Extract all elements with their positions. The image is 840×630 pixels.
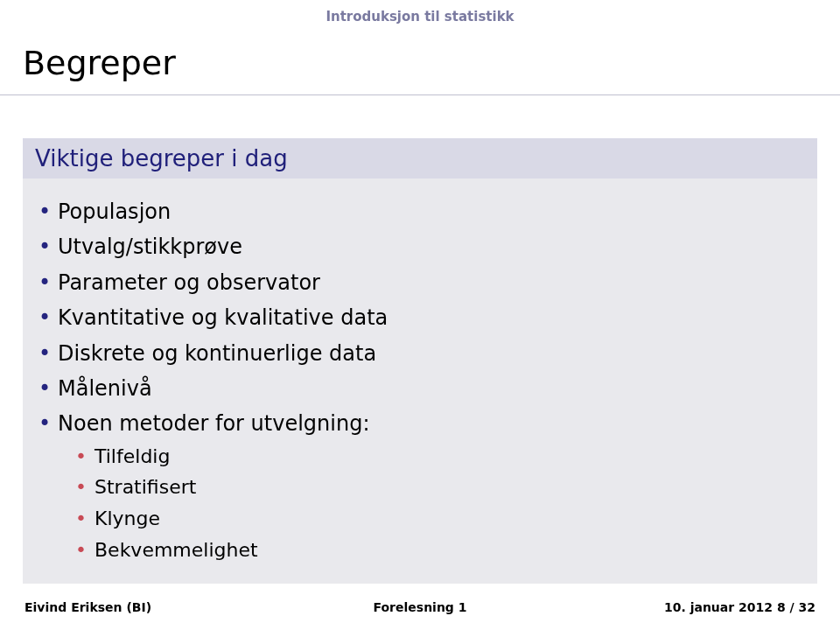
footer-date-page: 10. januar 2012 8 / 32 bbox=[664, 600, 816, 614]
sub-list-item-label: Stratifisert bbox=[94, 476, 196, 498]
list-item-label: Parameter og observator bbox=[58, 270, 320, 295]
frame-title-rule bbox=[0, 94, 840, 95]
list-item-label: Kvantitative og kvalitative data bbox=[58, 305, 388, 330]
sub-list-item: Stratifisert bbox=[74, 474, 805, 500]
list-item: Kvantitative og kvalitative data bbox=[35, 304, 805, 332]
nav-section: Introduksjon til statistikk bbox=[0, 9, 840, 24]
footer-author: Eivind Eriksen (BI) bbox=[24, 600, 151, 614]
list-item-label: Målenivå bbox=[58, 376, 152, 401]
list-item: Utvalg/stikkprøve bbox=[35, 233, 805, 261]
list-item-label: Populasjon bbox=[58, 200, 171, 224]
sub-list-item: Tilfeldig bbox=[74, 444, 805, 470]
block-body: Populasjon Utvalg/stikkprøve Parameter o… bbox=[23, 178, 817, 584]
footer: Eivind Eriksen (BI) Forelesning 1 10. ja… bbox=[0, 600, 840, 614]
sub-list-item-label: Bekvemmelighet bbox=[94, 539, 258, 561]
list-item: Diskrete og kontinuerlige data bbox=[35, 340, 805, 368]
sub-bullet-list: Tilfeldig Stratifisert Klynge Bekvemmeli… bbox=[58, 444, 805, 564]
bullet-list: Populasjon Utvalg/stikkprøve Parameter o… bbox=[35, 198, 805, 563]
list-item: Noen metoder for utvelgning: Tilfeldig S… bbox=[35, 410, 805, 563]
list-item: Målenivå bbox=[35, 374, 805, 402]
list-item-label: Noen metoder for utvelgning: bbox=[58, 411, 370, 436]
slide: Introduksjon til statistikk Begreper Vik… bbox=[0, 0, 840, 630]
list-item-label: Diskrete og kontinuerlige data bbox=[58, 341, 376, 366]
list-item: Populasjon bbox=[35, 198, 805, 226]
frame-title: Begreper bbox=[23, 44, 176, 82]
sub-list-item: Bekvemmelighet bbox=[74, 537, 805, 564]
list-item: Parameter og observator bbox=[35, 269, 805, 297]
block-title: Viktige begreper i dag bbox=[23, 138, 817, 178]
list-item-label: Utvalg/stikkprøve bbox=[58, 234, 242, 259]
content-block: Viktige begreper i dag Populasjon Utvalg… bbox=[23, 138, 817, 584]
sub-list-item-label: Klynge bbox=[94, 508, 160, 529]
sub-list-item: Klynge bbox=[74, 506, 805, 532]
sub-list-item-label: Tilfeldig bbox=[94, 445, 170, 467]
